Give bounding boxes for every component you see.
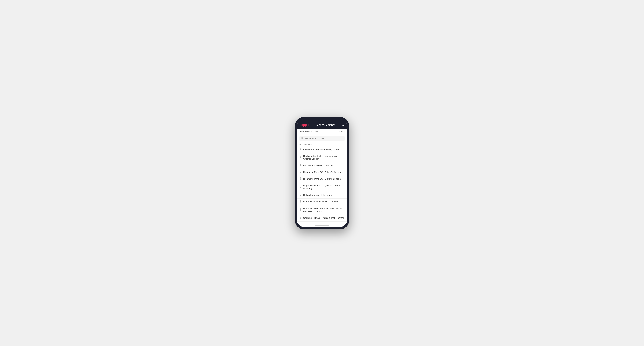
list-item[interactable]: Royal Wimbledon GC, Great London Authori…: [297, 182, 347, 192]
list-item[interactable]: Central London Golf Centre, London: [297, 146, 347, 153]
location-icon: [300, 171, 302, 174]
course-name: Brent Valley Municipal GC, London: [303, 200, 338, 203]
main-content: Find a Golf Course Cancel Nearby courses: [297, 129, 347, 227]
nearby-label: Nearby courses: [297, 143, 347, 146]
list-item[interactable]: London Scottish GC, London: [297, 163, 347, 169]
location-icon: [300, 186, 302, 189]
home-bar: [315, 225, 329, 225]
find-label: Find a Golf Course: [300, 130, 318, 133]
location-icon: [300, 208, 302, 211]
cancel-button[interactable]: Cancel: [338, 130, 344, 133]
location-icon: [300, 164, 302, 167]
search-container: [297, 135, 347, 143]
search-box: [299, 136, 345, 141]
location-icon: [300, 194, 302, 197]
search-icon: [301, 137, 303, 140]
menu-icon[interactable]: ≡: [342, 123, 344, 126]
location-icon: [300, 200, 302, 203]
list-item[interactable]: Roehampton Club - Roehampton, Greater Lo…: [297, 153, 347, 163]
course-name: Royal Wimbledon GC, Great London Authori…: [303, 184, 344, 190]
location-icon: [300, 217, 302, 220]
find-header: Find a Golf Course Cancel: [297, 129, 347, 135]
list-item[interactable]: Richmond Park GC - Duke's, London: [297, 176, 347, 182]
course-name: North Middlesex GC (1011942 - North Midd…: [303, 207, 344, 213]
location-icon: [300, 177, 302, 180]
course-name: Central London Golf Centre, London: [303, 148, 340, 151]
list-item[interactable]: North Middlesex GC (1011942 - North Midd…: [297, 205, 347, 215]
nearby-section: Nearby courses Central London Golf Centr…: [297, 143, 347, 224]
status-bar: [297, 119, 347, 122]
list-item[interactable]: Dukes Meadows GC, London: [297, 192, 347, 199]
list-item[interactable]: Coombe Hill GC, Kingston upon Thames: [297, 215, 347, 221]
list-item[interactable]: Richmond Park GC - Prince's, Surrey: [297, 169, 347, 176]
phone-screen: clippd Recent Searches ≡ Find a Golf Cou…: [297, 119, 347, 227]
list-item[interactable]: Brent Valley Municipal GC, London: [297, 199, 347, 205]
location-icon: [300, 156, 302, 159]
course-name: Dukes Meadows GC, London: [303, 194, 333, 197]
course-name: Richmond Park GC - Prince's, Surrey: [303, 171, 341, 174]
course-name: Richmond Park GC - Duke's, London: [303, 177, 340, 180]
search-input[interactable]: [304, 137, 343, 140]
home-indicator: [297, 224, 347, 227]
course-name: Coombe Hill GC, Kingston upon Thames: [303, 217, 344, 220]
page-title: Recent Searches: [315, 123, 336, 126]
phone-frame: clippd Recent Searches ≡ Find a Golf Cou…: [295, 117, 349, 229]
course-name: London Scottish GC, London: [303, 164, 332, 167]
svg-line-1: [302, 139, 303, 139]
app-header: clippd Recent Searches ≡: [297, 122, 347, 129]
course-name: Roehampton Club - Roehampton, Greater Lo…: [303, 155, 344, 161]
location-icon: [300, 148, 302, 151]
app-logo: clippd: [300, 123, 308, 127]
